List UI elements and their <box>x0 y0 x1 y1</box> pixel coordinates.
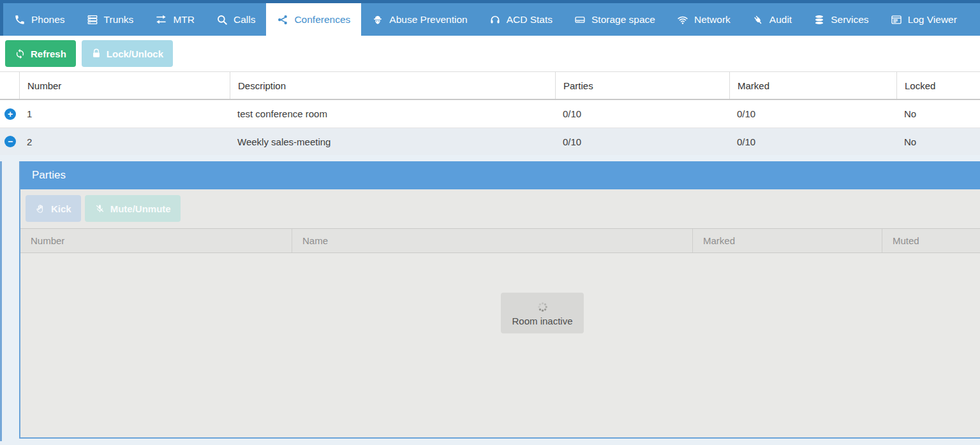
conference-table-header: Number Description Parties Marked Locked <box>0 71 980 100</box>
column-header-muted: Muted <box>882 229 980 252</box>
calls-search-icon <box>216 14 228 26</box>
mute-unmute-button[interactable]: Mute/Unmute <box>85 195 181 222</box>
phone-icon <box>14 14 26 26</box>
tab-label: Audit <box>769 14 792 26</box>
conference-admin-page: Phones Trunks MTR Calls Conferences <box>0 0 980 445</box>
column-header-marked: Marked <box>729 72 896 99</box>
tab-calls[interactable]: Calls <box>205 3 266 36</box>
lock-unlock-button-label: Lock/Unlock <box>107 48 163 59</box>
column-header-name: Name <box>292 229 693 252</box>
tab-mtr[interactable]: MTR <box>144 3 205 36</box>
top-navigation: Phones Trunks MTR Calls Conferences <box>0 0 980 36</box>
collapse-row-icon[interactable]: − <box>4 136 16 147</box>
column-header-number: Number <box>20 229 292 252</box>
kick-hand-icon <box>35 203 46 214</box>
refresh-icon <box>15 48 26 59</box>
trunks-icon <box>87 14 98 26</box>
column-header-marked: Marked <box>693 229 882 252</box>
expander-cell: − <box>0 136 19 147</box>
tab-services[interactable]: Services <box>803 3 879 36</box>
cell-parties: 0/10 <box>555 136 729 147</box>
spinner-icon <box>536 300 549 314</box>
parties-table-body: Room inactive <box>20 253 980 437</box>
room-inactive-label: Room inactive <box>512 316 572 326</box>
mute-unmute-button-label: Mute/Unmute <box>110 203 171 214</box>
conference-row-2[interactable]: − 2 Weekly sales-meeting 0/10 0/10 No <box>0 128 980 155</box>
tab-conferences[interactable]: Conferences <box>266 3 361 36</box>
kick-button-label: Kick <box>51 203 71 214</box>
conference-row-1[interactable]: + 1 test conference room 0/10 0/10 No <box>0 100 980 128</box>
tab-label: Conferences <box>294 14 350 26</box>
expander-cell: + <box>0 108 19 120</box>
cell-locked: No <box>896 136 980 147</box>
tab-network[interactable]: Network <box>666 3 741 36</box>
detail-left-accent <box>0 161 2 441</box>
tab-storage-space[interactable]: Storage space <box>563 3 666 36</box>
audit-plug-icon <box>752 14 764 26</box>
acd-stats-headset-icon <box>489 14 501 26</box>
tab-acd-stats[interactable]: ACD Stats <box>479 3 563 36</box>
cell-marked: 0/10 <box>729 108 896 119</box>
network-wifi-icon <box>677 14 688 26</box>
room-inactive-message: Room inactive <box>501 293 584 333</box>
parties-panel: Parties Kick Mute/Unmute Number Nam <box>19 161 980 439</box>
expanded-row-detail: Parties Kick Mute/Unmute Number Nam <box>0 155 980 445</box>
column-header-locked: Locked <box>896 72 980 99</box>
tab-label: Services <box>831 14 868 26</box>
tab-trunks[interactable]: Trunks <box>76 3 145 36</box>
tab-label: ACD Stats <box>507 14 553 26</box>
tab-label: Storage space <box>591 14 655 26</box>
lock-unlock-button[interactable]: Lock/Unlock <box>82 40 173 67</box>
cell-description: Weekly sales-meeting <box>230 136 555 147</box>
cell-number: 1 <box>19 108 230 119</box>
microphone-mute-icon <box>94 203 105 214</box>
cell-description: test conference room <box>230 108 555 119</box>
conferences-share-icon <box>277 14 288 26</box>
log-viewer-icon <box>891 14 902 26</box>
column-header-description: Description <box>230 72 555 99</box>
cell-parties: 0/10 <box>555 108 729 119</box>
tab-phones[interactable]: Phones <box>3 3 76 36</box>
column-header-number: Number <box>19 72 230 99</box>
lock-icon <box>91 48 101 59</box>
tab-label: MTR <box>173 14 195 26</box>
cell-number: 2 <box>19 136 230 147</box>
tab-label: Calls <box>234 14 255 26</box>
expander-column-header <box>0 72 19 99</box>
tab-label: Network <box>694 14 731 26</box>
action-toolbar: Refresh Lock/Unlock <box>0 36 980 71</box>
column-header-parties: Parties <box>555 72 729 99</box>
tab-label: Phones <box>31 14 65 26</box>
tab-log-viewer[interactable]: Log Viewer <box>880 3 968 36</box>
cell-marked: 0/10 <box>729 136 896 147</box>
tab-abuse-prevention[interactable]: Abuse Prevention <box>361 3 478 36</box>
cell-locked: No <box>896 108 980 119</box>
parties-panel-title: Parties <box>20 161 980 189</box>
expand-row-icon[interactable]: + <box>4 108 16 120</box>
storage-drive-icon <box>574 14 586 26</box>
refresh-button[interactable]: Refresh <box>5 40 76 67</box>
tab-label: Abuse Prevention <box>389 14 467 26</box>
mtr-icon <box>155 13 167 26</box>
abuse-prevention-burglar-icon <box>372 14 383 26</box>
parties-toolbar: Kick Mute/Unmute <box>20 189 980 228</box>
tab-label: Trunks <box>104 14 134 26</box>
refresh-button-label: Refresh <box>31 48 66 59</box>
services-database-icon <box>813 14 825 26</box>
tab-label: Log Viewer <box>908 14 957 26</box>
tab-audit[interactable]: Audit <box>741 3 803 36</box>
parties-table-header: Number Name Marked Muted <box>20 228 980 253</box>
kick-button[interactable]: Kick <box>26 195 81 222</box>
